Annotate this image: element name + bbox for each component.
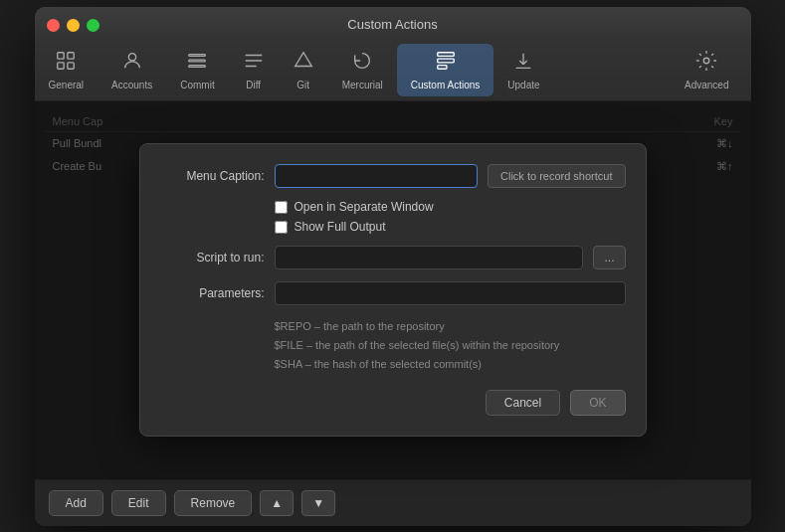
svg-point-16: [704, 58, 710, 64]
toolbar-item-diff[interactable]: Diff: [229, 44, 279, 96]
custom-actions-label: Custom Actions: [411, 80, 480, 90]
diff-icon: [243, 50, 265, 76]
ok-button[interactable]: OK: [570, 390, 625, 416]
svg-rect-7: [189, 65, 206, 67]
advanced-label: Advanced: [685, 80, 728, 90]
diff-label: Diff: [246, 80, 261, 90]
general-icon: [55, 50, 77, 76]
close-button[interactable]: [47, 19, 60, 32]
cancel-button[interactable]: Cancel: [486, 390, 560, 416]
toolbar-item-commit[interactable]: Commit: [166, 44, 228, 96]
menu-caption-label: Menu Caption:: [160, 169, 265, 183]
help-line-2: $SHA – the hash of the selected commit(s…: [275, 355, 626, 374]
toolbar-item-advanced[interactable]: Advanced: [671, 44, 742, 96]
show-full-checkbox[interactable]: [275, 221, 288, 234]
commit-label: Commit: [180, 80, 214, 90]
maximize-button[interactable]: [87, 19, 99, 32]
minimize-button[interactable]: [67, 19, 80, 32]
custom-actions-icon: [435, 50, 457, 76]
svg-rect-3: [68, 62, 74, 68]
svg-rect-1: [68, 52, 74, 58]
script-row: Script to run: ...: [160, 246, 626, 269]
svg-marker-11: [294, 52, 311, 66]
git-label: Git: [296, 80, 309, 90]
svg-rect-12: [437, 52, 454, 56]
remove-button[interactable]: Remove: [174, 490, 253, 516]
menu-caption-row: Menu Caption: Click to record shortcut: [160, 164, 626, 188]
help-line-1: $FILE – the path of the selected file(s)…: [275, 336, 626, 355]
title-bar: Custom Actions: [35, 7, 751, 40]
params-input[interactable]: [275, 281, 626, 305]
show-full-label[interactable]: Show Full Output: [275, 220, 626, 234]
traffic-lights: [47, 19, 99, 32]
down-arrow-button[interactable]: ▼: [301, 490, 335, 516]
advanced-icon: [695, 50, 717, 76]
script-input[interactable]: [275, 246, 584, 269]
open-separate-label[interactable]: Open in Separate Window: [275, 200, 626, 214]
general-label: General: [49, 80, 85, 90]
accounts-icon: [121, 50, 143, 76]
commit-icon: [186, 50, 208, 76]
toolbar-item-git[interactable]: Git: [279, 44, 328, 96]
svg-point-4: [128, 53, 135, 60]
main-window: Custom Actions General Accounts: [35, 7, 751, 526]
update-icon: [512, 50, 534, 76]
up-arrow-button[interactable]: ▲: [260, 490, 294, 516]
accounts-label: Accounts: [111, 80, 152, 90]
dialog-overlay: Menu Caption: Click to record shortcut O…: [35, 101, 751, 479]
window-title: Custom Actions: [47, 17, 739, 40]
params-label: Parameters:: [160, 286, 265, 300]
params-row: Parameters:: [160, 281, 626, 305]
script-label: Script to run:: [160, 251, 265, 265]
toolbar-item-mercurial[interactable]: Mercurial: [328, 44, 397, 96]
toolbar: General Accounts Commit: [35, 40, 751, 101]
help-line-0: $REPO – the path to the repository: [275, 317, 626, 336]
toolbar-item-accounts[interactable]: Accounts: [98, 44, 166, 96]
svg-rect-2: [58, 62, 64, 68]
git-icon: [293, 50, 314, 76]
toolbar-item-general[interactable]: General: [35, 44, 98, 96]
shortcut-button[interactable]: Click to record shortcut: [488, 164, 625, 188]
toolbar-item-update[interactable]: Update: [493, 44, 553, 96]
svg-rect-14: [437, 65, 446, 69]
svg-rect-0: [58, 52, 64, 58]
checkboxes-group: Open in Separate Window Show Full Output: [275, 200, 626, 234]
svg-rect-13: [437, 59, 454, 63]
svg-rect-6: [189, 60, 206, 62]
mercurial-icon: [351, 50, 373, 76]
menu-caption-input[interactable]: [275, 164, 479, 188]
dialog: Menu Caption: Click to record shortcut O…: [139, 143, 647, 436]
bottom-bar: Add Edit Remove ▲ ▼: [35, 479, 751, 526]
help-text: $REPO – the path to the repository $FILE…: [275, 317, 626, 373]
update-label: Update: [507, 80, 539, 90]
edit-button[interactable]: Edit: [111, 490, 166, 516]
add-button[interactable]: Add: [49, 490, 103, 516]
svg-rect-5: [189, 54, 206, 56]
open-separate-checkbox[interactable]: [275, 201, 288, 214]
toolbar-item-custom-actions[interactable]: Custom Actions: [397, 44, 493, 96]
content-area: Menu Cap Key Pull Bundl ⌘↓ Create Bu ⌘↑ …: [35, 101, 751, 479]
browse-button[interactable]: ...: [593, 246, 625, 269]
mercurial-label: Mercurial: [342, 80, 383, 90]
dialog-buttons: Cancel OK: [160, 390, 626, 416]
